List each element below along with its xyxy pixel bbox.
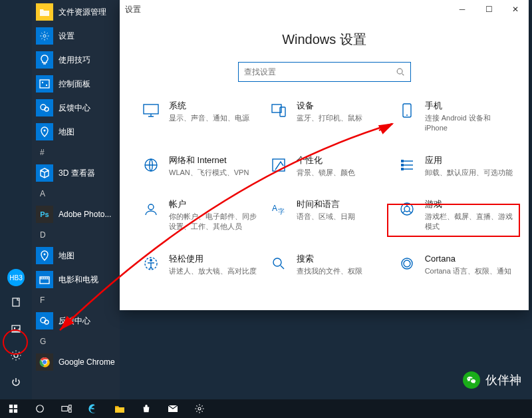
- category-title: 应用: [425, 155, 513, 166]
- start-item-label: 反馈中心: [59, 315, 90, 327]
- minimize-button[interactable]: ─: [449, 0, 475, 19]
- start-letter-header[interactable]: A: [32, 185, 120, 202]
- start-app-item[interactable]: 地图: [32, 244, 120, 268]
- svg-point-12: [41, 317, 46, 323]
- category-desc: 卸载、默认应用、可选功能: [425, 168, 513, 178]
- taskview-button[interactable]: [53, 399, 80, 418]
- settings-heading: Windows 设置: [120, 31, 529, 49]
- settings-category-gaming[interactable]: 游戏游戏栏、截屏、直播、游戏模式: [394, 195, 517, 236]
- svg-rect-37: [9, 405, 13, 408]
- start-letter-header[interactable]: F: [32, 292, 120, 309]
- system-icon: [141, 101, 161, 120]
- svg-point-9: [44, 130, 46, 132]
- start-pinned-item[interactable]: 地图: [32, 120, 120, 144]
- start-app-item[interactable]: Google Chrome: [32, 350, 120, 374]
- start-letter-header[interactable]: G: [32, 333, 120, 350]
- feedback-icon: [36, 99, 53, 116]
- edge-icon[interactable]: [80, 399, 106, 418]
- category-title: 帐户: [169, 199, 258, 210]
- settings-category-network[interactable]: 网络和 InternetWLAN、飞行模式、VPN: [138, 151, 261, 182]
- settings-search[interactable]: [238, 62, 411, 82]
- start-app-item[interactable]: PsAdobe Photo...: [32, 202, 120, 226]
- settings-category-accounts[interactable]: 帐户你的帐户、电子邮件、同步设置、工作、其他人员: [138, 195, 261, 236]
- start-item-label: 使用技巧: [59, 55, 90, 66]
- svg-point-15: [43, 360, 47, 364]
- category-title: 个性化: [297, 155, 355, 166]
- devices-icon: [269, 101, 289, 120]
- settings-category-phone[interactable]: 手机连接 Android 设备和 iPhone: [394, 97, 517, 138]
- store-icon[interactable]: [133, 399, 160, 418]
- svg-point-27: [148, 204, 154, 210]
- power-icon[interactable]: [0, 369, 32, 395]
- svg-rect-19: [280, 107, 285, 116]
- start-letter-header[interactable]: D: [32, 226, 120, 244]
- svg-point-31: [404, 206, 410, 212]
- start-menu: 文件资源管理设置使用技巧控制面板反馈中心地图 #3D 查看器APsAdobe P…: [32, 0, 120, 399]
- pictures-icon[interactable]: [0, 315, 32, 342]
- search-icon: [269, 254, 289, 274]
- svg-rect-38: [14, 405, 17, 408]
- taskbar: [0, 399, 532, 418]
- start-pinned-item[interactable]: 控制面板: [32, 72, 120, 96]
- documents-icon[interactable]: [0, 289, 32, 315]
- svg-rect-43: [69, 405, 72, 408]
- settings-category-system[interactable]: 系统显示、声音、通知、电源: [138, 97, 261, 138]
- settings-taskbar-icon[interactable]: [186, 399, 213, 418]
- user-avatar[interactable]: HB3: [7, 269, 25, 286]
- svg-rect-39: [9, 409, 13, 413]
- accounts-icon: [141, 199, 161, 219]
- category-desc: 语音、区域、日期: [297, 212, 355, 222]
- settings-category-time[interactable]: A字时间和语言语音、区域、日期: [266, 195, 388, 236]
- start-letter-header[interactable]: #: [32, 144, 120, 161]
- category-title: Cortana: [425, 254, 511, 265]
- settings-category-ease[interactable]: 轻松使用讲述人、放大镜、高对比度: [138, 250, 261, 280]
- svg-rect-45: [115, 406, 118, 407]
- mail-icon[interactable]: [160, 399, 186, 418]
- movie-icon: [36, 271, 53, 288]
- ps-icon: Ps: [36, 206, 53, 223]
- settings-category-search[interactable]: 搜索查找我的文件、权限: [266, 250, 388, 280]
- svg-rect-24: [401, 160, 404, 162]
- settings-titlebar: 设置 ─ ☐ ✕: [120, 0, 529, 19]
- gaming-icon: [397, 199, 417, 219]
- svg-rect-0: [13, 298, 19, 306]
- explorer-taskbar-icon[interactable]: [106, 399, 133, 418]
- svg-rect-4: [40, 80, 49, 88]
- start-item-label: 反馈中心: [59, 103, 90, 114]
- category-title: 轻松使用: [169, 254, 257, 265]
- settings-category-devices[interactable]: 设备蓝牙、打印机、鼠标: [266, 97, 388, 138]
- start-button[interactable]: [0, 399, 27, 418]
- search-input[interactable]: [244, 67, 396, 77]
- start-pinned-item[interactable]: 反馈中心: [32, 96, 120, 120]
- time-icon: A字: [269, 199, 289, 219]
- start-rail: HB3: [0, 0, 32, 399]
- start-app-item[interactable]: 反馈中心: [32, 309, 120, 333]
- svg-point-2: [14, 327, 15, 329]
- svg-point-3: [43, 35, 46, 37]
- start-pinned-item[interactable]: 使用技巧: [32, 48, 120, 72]
- phone-icon: [397, 101, 417, 120]
- category-title: 时间和语言: [297, 199, 355, 210]
- apps-icon: [397, 155, 417, 175]
- settings-category-cortana[interactable]: CortanaCortana 语言、权限、通知: [394, 250, 517, 280]
- watermark-text: 伙伴神: [485, 372, 521, 388]
- cortana-button[interactable]: [27, 399, 53, 418]
- svg-point-10: [44, 254, 46, 256]
- start-item-label: 地图: [59, 126, 74, 138]
- cortana-icon: [397, 254, 417, 274]
- close-button[interactable]: ✕: [502, 0, 529, 19]
- svg-point-21: [406, 114, 408, 116]
- start-app-item[interactable]: 电影和电视: [32, 268, 120, 292]
- category-desc: Cortana 语言、权限、通知: [425, 266, 511, 276]
- category-desc: 连接 Android 设备和 iPhone: [425, 113, 514, 134]
- svg-text:A: A: [272, 204, 277, 213]
- start-pinned-item[interactable]: 设置: [32, 24, 120, 48]
- start-app-item[interactable]: 3D 查看器: [32, 161, 120, 185]
- settings-rail-icon[interactable]: [0, 342, 32, 369]
- category-desc: 讲述人、放大镜、高对比度: [169, 266, 257, 276]
- start-pinned-item[interactable]: 文件资源管理: [32, 0, 120, 24]
- settings-category-apps[interactable]: 应用卸载、默认应用、可选功能: [394, 151, 517, 182]
- maximize-button[interactable]: ☐: [475, 0, 502, 19]
- settings-category-personal[interactable]: 个性化背景、锁屏、颜色: [266, 151, 388, 182]
- svg-rect-40: [14, 409, 17, 413]
